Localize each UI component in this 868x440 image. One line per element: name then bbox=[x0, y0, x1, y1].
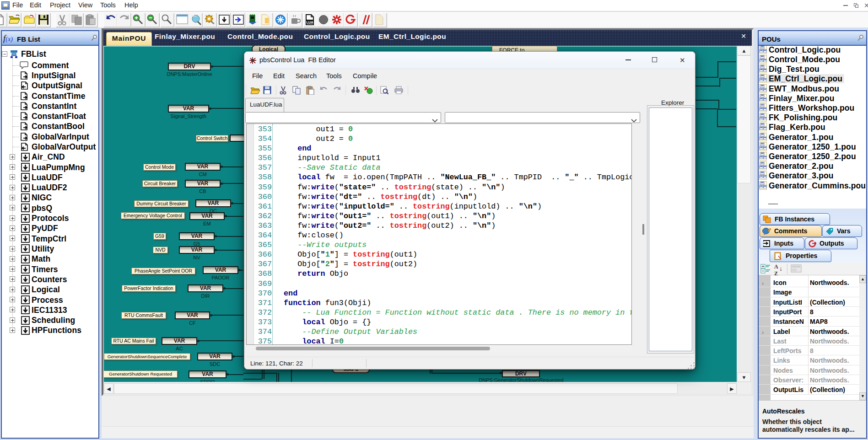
svg-text:LUA: LUA bbox=[306, 20, 313, 24]
